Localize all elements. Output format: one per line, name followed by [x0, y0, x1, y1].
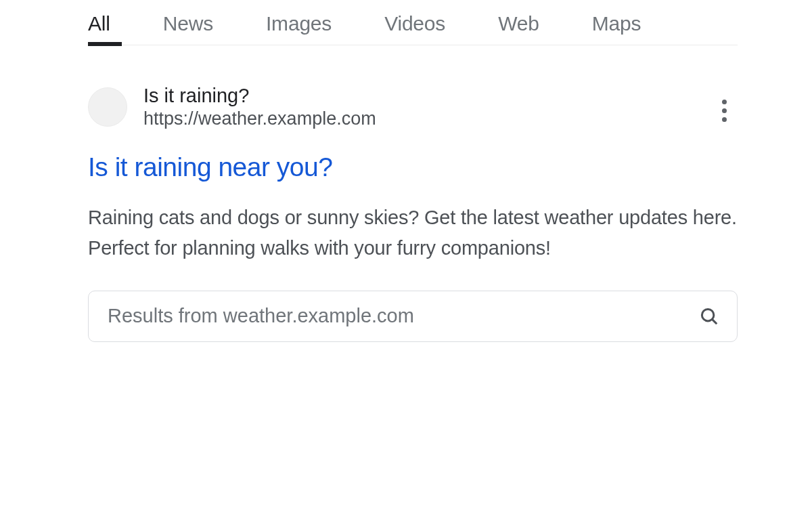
svg-point-0 [702, 309, 714, 321]
site-search-input[interactable] [108, 305, 699, 327]
site-name: Is it raining? [143, 85, 738, 107]
svg-line-1 [712, 319, 717, 324]
search-result: Is it raining? https://weather.example.c… [88, 85, 738, 342]
search-icon[interactable] [699, 306, 719, 326]
tab-web[interactable]: Web [498, 12, 539, 45]
search-tabs: All News Images Videos Web Maps [88, 12, 738, 45]
tab-videos[interactable]: Videos [384, 12, 445, 45]
site-url: https://weather.example.com [143, 108, 738, 129]
favicon [88, 87, 127, 127]
more-options-icon[interactable] [715, 93, 734, 129]
tab-images[interactable]: Images [266, 12, 332, 45]
result-title-link[interactable]: Is it raining near you? [88, 152, 738, 182]
tab-news[interactable]: News [163, 12, 213, 45]
site-search-box[interactable] [88, 291, 738, 342]
result-header: Is it raining? https://weather.example.c… [88, 85, 738, 129]
site-info: Is it raining? https://weather.example.c… [143, 85, 738, 129]
result-snippet: Raining cats and dogs or sunny skies? Ge… [88, 203, 738, 263]
tab-maps[interactable]: Maps [592, 12, 641, 45]
tab-all[interactable]: All [88, 12, 110, 45]
